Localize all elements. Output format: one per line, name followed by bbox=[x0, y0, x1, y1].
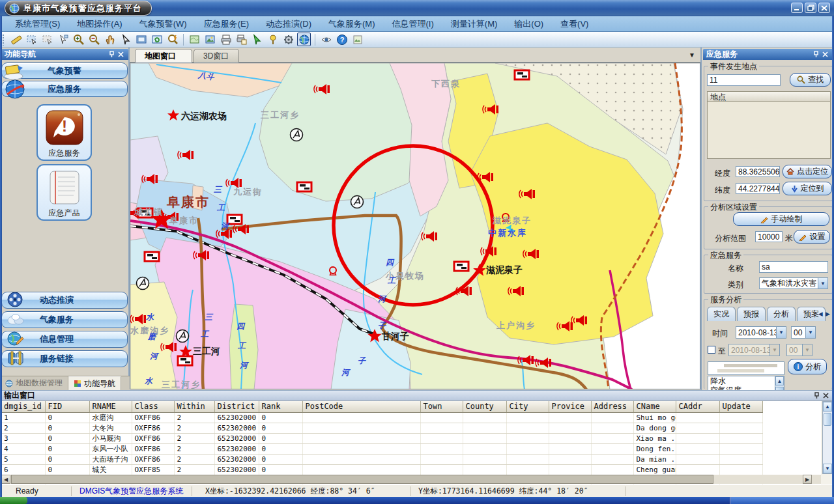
globe-3d-icon[interactable] bbox=[297, 33, 311, 46]
column-header[interactable]: Address bbox=[591, 401, 633, 412]
output-horizontal-scrollbar[interactable]: ◀ ▶ bbox=[1, 475, 821, 484]
emergency-product-button[interactable]: 应急产品 bbox=[36, 164, 92, 221]
latitude-input[interactable]: 44.22778446 bbox=[736, 183, 780, 194]
to-checkbox[interactable] bbox=[708, 346, 715, 354]
menu-item[interactable]: 应急服务(E) bbox=[195, 16, 257, 31]
longitude-input[interactable]: 88.36255061 bbox=[736, 166, 780, 177]
select-pointer-icon[interactable] bbox=[56, 33, 70, 46]
table-row[interactable]: 50大面场子沟OXFF8626523020000Da mian ... bbox=[1, 454, 821, 464]
column-header[interactable]: Town bbox=[420, 401, 463, 412]
column-header[interactable]: RNAME bbox=[89, 401, 132, 412]
column-header[interactable]: PostCode bbox=[302, 401, 420, 412]
eye-view-icon[interactable] bbox=[319, 33, 333, 46]
menu-item[interactable]: 气象预警(W) bbox=[131, 16, 195, 31]
facility-circle-marker[interactable] bbox=[291, 129, 303, 141]
close-icon[interactable] bbox=[820, 50, 829, 59]
close-icon[interactable] bbox=[116, 50, 125, 59]
deselect-rectangle-icon[interactable] bbox=[40, 33, 54, 46]
scroll-thumb[interactable] bbox=[824, 413, 831, 426]
table-row[interactable]: 20大冬沟OXFF8626523020000Da dong gou bbox=[1, 423, 821, 433]
column-header[interactable]: CName bbox=[633, 401, 676, 412]
column-header[interactable]: County bbox=[463, 401, 506, 412]
end-hour-select[interactable]: 00 ▼ bbox=[786, 344, 812, 356]
measure-ruler-icon[interactable] bbox=[9, 33, 23, 46]
nav-information-management[interactable]: 信息管理 bbox=[1, 331, 128, 348]
zoom-in-icon[interactable] bbox=[72, 33, 85, 46]
click-locate-button[interactable]: 点击定位 bbox=[783, 165, 832, 178]
analyze-button[interactable]: i 分析 bbox=[788, 359, 827, 374]
select-rectangle-icon[interactable] bbox=[25, 33, 38, 46]
range-input[interactable]: 10000 bbox=[755, 231, 783, 242]
place-marker-icon[interactable] bbox=[266, 33, 280, 46]
map-canvas[interactable]: 八斗六运湖农场三工河乡下西泉九运街阜康市城关镇阜康市滋泥泉子中新水库滋泥泉子小泉… bbox=[130, 63, 700, 389]
overview-map-icon[interactable] bbox=[351, 33, 364, 46]
column-header[interactable]: District bbox=[214, 401, 259, 412]
start-hour-select[interactable]: 00 ▼ bbox=[791, 326, 816, 339]
column-header[interactable]: CAddr bbox=[676, 401, 719, 412]
column-header[interactable]: Update bbox=[719, 401, 762, 412]
menu-item[interactable]: 查看(V) bbox=[552, 16, 597, 31]
station-flag-marker[interactable] bbox=[227, 215, 242, 224]
menu-item[interactable]: 系统管理(S) bbox=[7, 16, 68, 31]
pan-hand-icon[interactable] bbox=[103, 33, 117, 46]
element-preview-box[interactable] bbox=[708, 361, 784, 375]
menu-item[interactable]: 输出(O) bbox=[506, 16, 552, 31]
emergency-service-button[interactable]: ! 应急服务 bbox=[36, 104, 92, 161]
nav-service-links[interactable]: 服务链接 bbox=[1, 350, 128, 367]
analysis-tab[interactable]: 分析 bbox=[767, 307, 796, 321]
tab-3d-window[interactable]: 3D窗口 bbox=[194, 49, 239, 63]
output-vertical-scrollbar[interactable]: ▲ ▼ bbox=[822, 401, 833, 474]
menu-item[interactable]: 动态推演(D) bbox=[257, 16, 320, 31]
facility-circle-marker[interactable] bbox=[351, 196, 364, 208]
station-flag-marker[interactable] bbox=[178, 356, 192, 365]
refresh-view-icon[interactable] bbox=[150, 33, 164, 46]
tab-map-window[interactable]: 地图窗口 bbox=[135, 49, 192, 63]
tab-scroll-arrows[interactable]: ◀ ▶ bbox=[818, 311, 831, 317]
nav-weather-service[interactable]: 气象服务 bbox=[1, 311, 128, 328]
analysis-tab[interactable]: 实况 bbox=[707, 307, 736, 321]
column-header[interactable]: Class bbox=[132, 401, 174, 412]
table-row[interactable]: 40东风一小队OXFF8626523020000Dong fen... bbox=[1, 443, 821, 454]
edit-pointer-icon[interactable] bbox=[250, 33, 264, 46]
scroll-up-icon[interactable]: ▲ bbox=[823, 402, 832, 412]
menu-item[interactable]: 气象服务(M) bbox=[320, 16, 384, 31]
settings-gear-icon[interactable] bbox=[281, 33, 295, 46]
close-icon[interactable] bbox=[821, 391, 830, 400]
toolbar-grip[interactable] bbox=[2, 34, 5, 46]
scroll-left-icon[interactable]: ◀ bbox=[1, 475, 10, 484]
scroll-down-icon[interactable]: ▼ bbox=[823, 464, 832, 473]
map-export-icon[interactable] bbox=[188, 33, 201, 46]
pin-icon[interactable] bbox=[107, 50, 116, 59]
pointer-arrow-icon[interactable] bbox=[119, 33, 132, 46]
menu-item[interactable]: 地图操作(A) bbox=[68, 16, 130, 31]
table-row[interactable]: 60城关OXFF8526523020000Cheng guan bbox=[1, 464, 821, 475]
scroll-thumb[interactable] bbox=[11, 475, 713, 484]
station-flag-marker[interactable] bbox=[145, 252, 159, 261]
analysis-tab[interactable]: 预报 bbox=[737, 307, 766, 321]
close-button[interactable] bbox=[818, 3, 830, 13]
minimize-button[interactable] bbox=[791, 3, 803, 13]
goto-location-button[interactable]: 定位到 bbox=[783, 182, 832, 195]
full-extent-icon[interactable] bbox=[134, 33, 148, 46]
start-button[interactable] bbox=[0, 497, 27, 504]
help-icon[interactable]: ? bbox=[335, 33, 349, 46]
table-row[interactable]: 30小马厩沟OXFF8626523020000Xiao ma ... bbox=[1, 433, 821, 443]
tab-function-navigation[interactable]: 功能导航 bbox=[68, 376, 121, 390]
pin-icon[interactable] bbox=[811, 50, 820, 59]
location-list[interactable] bbox=[707, 102, 831, 159]
service-type-select[interactable]: 气象和洪水灾害 ▼ bbox=[759, 277, 828, 289]
tab-overflow-dropdown-icon[interactable]: ▼ bbox=[689, 51, 695, 59]
column-header[interactable]: Provice bbox=[549, 401, 591, 412]
element-list-item[interactable]: 降水 bbox=[708, 376, 784, 385]
column-header[interactable]: Within bbox=[174, 401, 214, 412]
pin-icon[interactable] bbox=[812, 391, 821, 400]
column-header[interactable]: FID bbox=[45, 401, 89, 412]
location-list-header[interactable]: 地点 bbox=[707, 91, 831, 102]
column-header[interactable]: City bbox=[506, 401, 549, 412]
end-date-select[interactable]: 2010-08-13 ▼ bbox=[728, 344, 780, 356]
location-search-input[interactable]: 11 bbox=[707, 74, 781, 86]
print-icon[interactable] bbox=[219, 33, 233, 46]
column-header[interactable]: dmgis_id bbox=[1, 401, 45, 412]
tab-map-data-management[interactable]: 地图数据管理 bbox=[0, 376, 68, 390]
station-flag-marker[interactable] bbox=[297, 182, 311, 191]
